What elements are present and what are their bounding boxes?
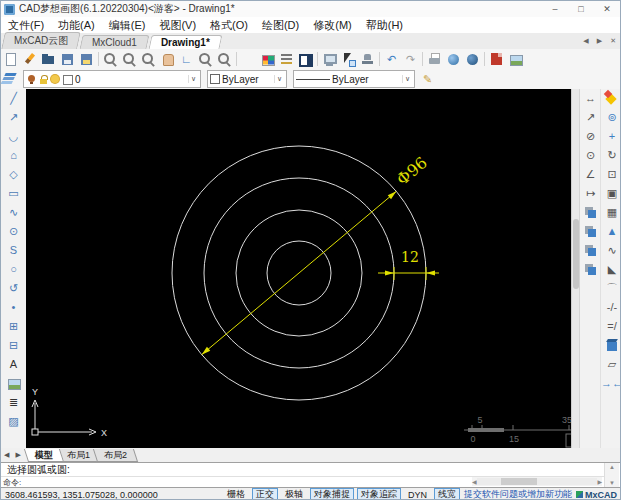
command-vertical-scrollbar[interactable]: ▲ ▼ <box>604 463 619 487</box>
image-attach-icon[interactable] <box>6 376 21 391</box>
drawing-canvas[interactable]: Φ9612YX535015 <box>26 89 571 448</box>
new-file-icon[interactable] <box>3 52 18 67</box>
layout-tab[interactable]: 模型 <box>24 449 64 462</box>
minimize-button[interactable]: – <box>542 2 568 16</box>
linetype-manager-icon[interactable] <box>279 52 294 67</box>
zoom-object-icon[interactable] <box>198 52 213 67</box>
pan-icon[interactable] <box>160 52 175 67</box>
color-caret-icon[interactable]: ∨ <box>274 75 284 83</box>
array-icon[interactable]: ▦ <box>605 205 620 220</box>
select-cursor-icon[interactable] <box>341 52 356 67</box>
dim-diameter-icon[interactable]: ⊘ <box>583 129 598 144</box>
command-horizontal-scrollbar[interactable]: ◀ ▶ <box>472 477 602 486</box>
image-export-icon[interactable] <box>508 52 523 67</box>
scrollbar-thumb[interactable] <box>501 478 537 485</box>
status-toggle-极轴[interactable]: 极轴 <box>281 488 307 500</box>
diameter-dimension-line[interactable] <box>202 191 397 354</box>
text-icon[interactable]: A <box>6 357 21 372</box>
polygon-icon[interactable]: ⌂ <box>6 148 21 163</box>
undo-icon[interactable]: ↶ <box>384 52 399 67</box>
pedit-icon[interactable]: ▱ <box>605 357 620 372</box>
save-icon[interactable] <box>60 52 75 67</box>
insert-block-icon[interactable]: ⊞ <box>6 319 21 334</box>
polygon2-icon[interactable]: ◇ <box>6 167 21 182</box>
chamfer-icon[interactable]: ◣ <box>605 262 620 277</box>
dim-angular-icon[interactable]: ∠ <box>583 167 598 182</box>
dim-continue-icon[interactable]: ↦ <box>583 186 598 201</box>
status-toggle-对象追踪[interactable]: 对象追踪 <box>357 488 401 500</box>
print-icon[interactable] <box>427 52 442 67</box>
scroll-up-icon[interactable]: ▲ <box>609 463 615 471</box>
modeling-3d-icon[interactable] <box>605 338 620 353</box>
scroll-right-icon[interactable]: ▶ <box>597 478 602 485</box>
mirror-icon[interactable]: ▲ <box>605 224 620 239</box>
scale-bar-entity[interactable]: 535015 <box>464 415 571 447</box>
dim-style-icon[interactable] <box>583 224 598 239</box>
layer-freeze-icon[interactable] <box>50 74 61 85</box>
status-toggle-对象捕捉[interactable]: 对象捕捉 <box>310 488 354 500</box>
menu-item[interactable]: 视图(V) <box>152 18 203 33</box>
layer-lock-icon[interactable] <box>38 74 49 85</box>
tab-prev-icon[interactable]: ◀ <box>579 37 592 45</box>
open-file-icon[interactable] <box>41 52 56 67</box>
menu-item[interactable]: 帮助(H) <box>359 18 410 33</box>
fillet-icon[interactable]: ⌒ <box>605 281 620 296</box>
color-select[interactable]: ByLayer ∨ <box>207 70 287 88</box>
palette-icon[interactable] <box>260 52 275 67</box>
polyline-icon[interactable]: ∿ <box>6 205 21 220</box>
sketch-brush-icon[interactable] <box>22 52 37 67</box>
window-panel-icon[interactable] <box>298 52 313 67</box>
line-icon[interactable]: ╱ <box>6 91 21 106</box>
spline-icon[interactable]: S <box>6 243 21 258</box>
zoom-window-icon[interactable] <box>122 52 137 67</box>
layout-prev-icon[interactable]: ◀ <box>1 451 12 459</box>
xline-icon[interactable]: ↗ <box>6 110 21 125</box>
zoom-previous-icon[interactable] <box>217 52 232 67</box>
copy-icon[interactable]: ⊚ <box>605 110 620 125</box>
join-icon[interactable]: →← <box>605 376 620 391</box>
dim-edit-icon[interactable] <box>583 205 598 220</box>
scale-icon[interactable]: ⊡ <box>605 167 620 182</box>
linetype-caret-icon[interactable]: ∨ <box>402 75 412 83</box>
dim-update-icon[interactable] <box>583 243 598 258</box>
scrollbar-track[interactable] <box>477 478 598 485</box>
layer-color-icon[interactable] <box>62 74 73 85</box>
scroll-down-icon[interactable]: ▼ <box>609 479 615 487</box>
linetype-select[interactable]: ByLayer ∨ <box>293 70 415 88</box>
dim-linear-icon[interactable]: ↔ <box>583 91 598 106</box>
linetype-edit-icon[interactable]: ✎ <box>420 72 435 87</box>
redo-icon[interactable]: ↷ <box>403 52 418 67</box>
rotate-icon[interactable]: ↻ <box>605 148 620 163</box>
canvas-vertical-scrollbar[interactable] <box>571 89 579 448</box>
menu-item[interactable]: 绘图(D) <box>255 18 306 33</box>
layout-tab[interactable]: 布局2 <box>93 449 138 462</box>
document-tab[interactable]: MxCloud1 <box>80 35 150 49</box>
tab-close-icon[interactable]: ✕ <box>606 37 620 45</box>
create-block-icon[interactable]: ⊟ <box>6 338 21 353</box>
status-toggle-DYN[interactable]: DYN <box>404 488 431 500</box>
document-tab[interactable]: Drawing1* <box>149 35 223 49</box>
arc-icon[interactable]: ◡ <box>6 129 21 144</box>
display-save-icon[interactable] <box>322 52 337 67</box>
pdf-export-icon[interactable] <box>489 52 504 67</box>
command-window[interactable]: 选择圆弧或圆: 命令: ▲ ▼ ◀ ▶ <box>1 462 620 488</box>
feedback-link[interactable]: 提交软件问题或增加新功能 <box>464 488 572 500</box>
layer-manager-icon[interactable] <box>3 72 18 87</box>
menu-item[interactable]: 功能(A) <box>51 18 102 33</box>
document-tab[interactable]: MxCAD云图 <box>1 32 81 49</box>
dim-aligned-icon[interactable]: ↗ <box>583 110 598 125</box>
menu-item[interactable]: 修改(M) <box>306 18 359 33</box>
web-publish-icon[interactable] <box>446 52 461 67</box>
circle-icon[interactable]: ⊙ <box>6 224 21 239</box>
menu-item[interactable]: 格式(O) <box>203 18 255 33</box>
command-prompt[interactable]: 选择圆弧或圆: <box>1 463 611 477</box>
zoom-all-icon[interactable] <box>141 52 156 67</box>
zoom-extents-icon[interactable] <box>103 52 118 67</box>
command-input[interactable]: 命令: <box>1 477 21 488</box>
cad-drawing[interactable]: Φ9612YX535015 <box>26 89 571 448</box>
hatch-icon[interactable]: ▨ <box>6 414 21 429</box>
mtext-icon[interactable]: ≣ <box>6 395 21 410</box>
menu-item[interactable]: 编辑(E) <box>102 18 153 33</box>
maximize-button[interactable]: □ <box>568 2 594 16</box>
layer-select[interactable]: 0 ∨ <box>23 70 201 88</box>
